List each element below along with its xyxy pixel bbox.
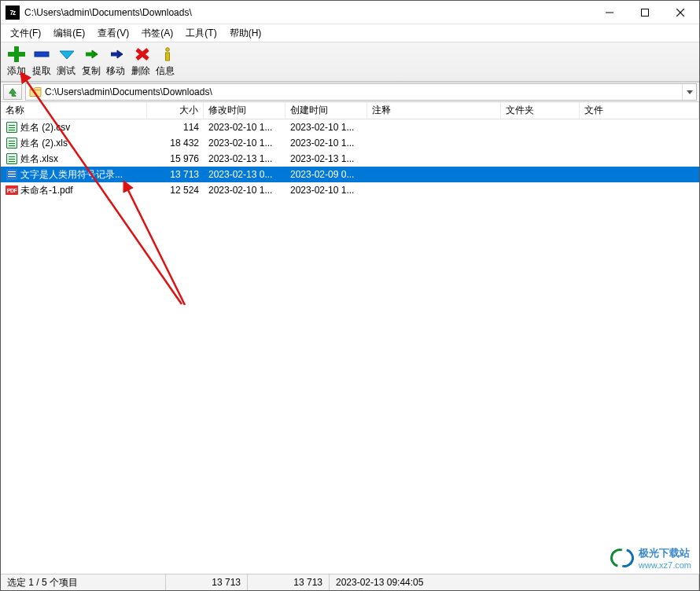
cell-modified: 2023-02-10 1...: [204, 138, 286, 149]
move-button[interactable]: [106, 46, 128, 63]
cell-created: 2023-02-10 1...: [286, 122, 367, 133]
file-name: 文字是人类用符号记录...: [20, 168, 123, 182]
path-dropdown-icon[interactable]: [682, 84, 696, 100]
doc-icon: [6, 168, 18, 181]
cell-created: 2023-02-13 1...: [286, 153, 367, 164]
status-datetime: 2023-02-13 09:44:05: [330, 574, 699, 590]
delete-button[interactable]: [131, 46, 153, 63]
watermark-line2: www.xz7.com: [639, 560, 691, 570]
extract-label: 提取: [31, 64, 53, 78]
xlsx-icon: [6, 152, 18, 165]
test-button[interactable]: [56, 46, 78, 63]
cell-name: 姓名 (2).xls: [1, 137, 147, 150]
menu-file[interactable]: 文件(F): [4, 25, 47, 42]
status-size-2: 13 713: [248, 574, 330, 590]
test-label: 测试: [55, 64, 77, 78]
watermark: 极光下载站 www.xz7.com: [610, 546, 691, 570]
cell-name: 未命名-1.pdf: [1, 184, 147, 197]
csv-icon: [6, 121, 18, 134]
cell-name: 文字是人类用符号记录...: [1, 168, 147, 182]
menu-tools[interactable]: 工具(T): [179, 25, 223, 42]
cell-name: 姓名 (2).csv: [1, 121, 147, 134]
maximize-button[interactable]: [627, 1, 662, 24]
cell-modified: 2023-02-10 1...: [204, 185, 286, 196]
cell-size: 13 713: [147, 169, 204, 180]
svg-rect-3: [35, 52, 49, 57]
window-title: C:\Users\admin\Documents\Downloads\: [24, 7, 591, 18]
menu-bar: 文件(F) 编辑(E) 查看(V) 书签(A) 工具(T) 帮助(H): [1, 24, 699, 42]
col-size[interactable]: 大小: [147, 102, 204, 119]
path-input[interactable]: C:\Users\admin\Documents\Downloads\: [25, 83, 697, 101]
cell-size: 114: [147, 122, 204, 133]
svg-rect-5: [166, 53, 170, 61]
svg-point-4: [166, 48, 170, 52]
add-button[interactable]: [6, 46, 28, 63]
close-button[interactable]: [662, 1, 698, 24]
cell-created: 2023-02-10 1...: [286, 138, 367, 149]
cell-created: 2023-02-09 0...: [286, 169, 367, 180]
path-text: C:\Users\admin\Documents\Downloads\: [45, 86, 682, 97]
table-row[interactable]: 姓名.xlsx15 9762023-02-13 1...2023-02-13 1…: [1, 151, 699, 167]
col-modified[interactable]: 修改时间: [204, 102, 286, 119]
info-button[interactable]: [157, 46, 179, 63]
menu-bookmarks[interactable]: 书签(A): [135, 25, 179, 42]
status-bar: 选定 1 / 5 个项目 13 713 13 713 2023-02-13 09…: [1, 574, 699, 590]
file-name: 姓名 (2).xls: [20, 137, 68, 150]
col-comment[interactable]: 注释: [367, 102, 501, 119]
menu-edit[interactable]: 编辑(E): [47, 25, 91, 42]
cell-modified: 2023-02-13 1...: [204, 153, 286, 164]
minimize-button[interactable]: [591, 1, 627, 24]
menu-help[interactable]: 帮助(H): [223, 25, 268, 42]
cell-name: 姓名.xlsx: [1, 152, 147, 166]
col-file[interactable]: 文件: [580, 102, 699, 119]
add-label: 添加: [6, 64, 28, 78]
cell-modified: 2023-02-10 1...: [204, 122, 286, 133]
delete-label: 删除: [130, 64, 152, 78]
table-row[interactable]: 文字是人类用符号记录...13 7132023-02-13 0...2023-0…: [1, 167, 699, 182]
file-name: 未命名-1.pdf: [20, 184, 73, 197]
move-label: 移动: [105, 64, 127, 78]
copy-label: 复制: [80, 64, 102, 78]
col-folder[interactable]: 文件夹: [501, 102, 580, 119]
nav-up-button[interactable]: [3, 84, 22, 100]
title-bar: C:\Users\admin\Documents\Downloads\: [1, 1, 699, 24]
file-list[interactable]: 姓名 (2).csv1142023-02-10 1...2023-02-10 1…: [1, 119, 699, 574]
table-row[interactable]: 姓名 (2).xls18 4322023-02-10 1...2023-02-1…: [1, 135, 699, 151]
cell-size: 18 432: [147, 138, 204, 149]
cell-size: 12 524: [147, 185, 204, 196]
info-label: 信息: [154, 64, 176, 78]
watermark-icon: [610, 546, 634, 570]
cell-modified: 2023-02-13 0...: [204, 169, 286, 180]
table-row[interactable]: 未命名-1.pdf12 5242023-02-10 1...2023-02-10…: [1, 182, 699, 198]
status-selection: 选定 1 / 5 个项目: [1, 574, 166, 590]
file-name: 姓名 (2).csv: [20, 121, 70, 134]
extract-button[interactable]: [31, 46, 53, 63]
table-row[interactable]: 姓名 (2).csv1142023-02-10 1...2023-02-10 1…: [1, 119, 699, 135]
watermark-line1: 极光下载站: [639, 546, 691, 560]
menu-view[interactable]: 查看(V): [91, 25, 135, 42]
toolbar: 添加 提取 测试 复制 移动 删除 信息: [1, 42, 699, 82]
folder-icon: [29, 86, 42, 97]
pdf-icon: [6, 184, 18, 196]
cell-size: 15 976: [147, 153, 204, 164]
copy-button[interactable]: [81, 46, 103, 63]
col-name[interactable]: 名称: [1, 102, 147, 119]
xls-icon: [6, 137, 18, 149]
status-size-1: 13 713: [166, 574, 248, 590]
path-bar: C:\Users\admin\Documents\Downloads\: [1, 82, 699, 102]
column-headers: 名称 大小 修改时间 创建时间 注释 文件夹 文件: [1, 102, 699, 119]
app-icon: [6, 6, 20, 20]
col-created[interactable]: 创建时间: [286, 102, 367, 119]
file-name: 姓名.xlsx: [20, 152, 58, 166]
cell-created: 2023-02-10 1...: [286, 185, 367, 196]
